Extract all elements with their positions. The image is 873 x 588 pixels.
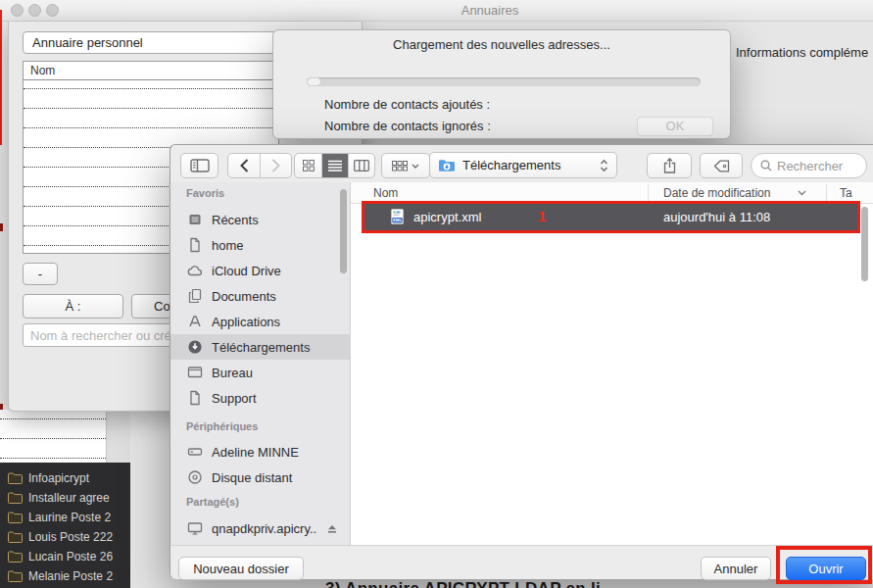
- chevron-right-icon: [271, 159, 280, 172]
- sidebar-item-documents[interactable]: Documents: [170, 283, 350, 309]
- list-view-button[interactable]: [321, 154, 348, 177]
- updown-chevrons-icon: [600, 159, 608, 172]
- main-titlebar: Annuaires: [0, 0, 873, 22]
- list-item[interactable]: Melanie Poste 2: [0, 566, 130, 586]
- file-list-scrollbar[interactable]: [861, 207, 868, 281]
- sidebar-item-qnapdkpriv[interactable]: qnapdkpriv.apicry...: [170, 515, 350, 541]
- contacts-added-label: Nombre de contacts ajoutés :: [324, 97, 490, 112]
- red-edge-fragment: [0, 10, 2, 145]
- ok-button[interactable]: OK: [637, 117, 713, 136]
- remove-contact-button[interactable]: -: [23, 263, 58, 285]
- to-button[interactable]: À :: [23, 294, 123, 318]
- search-icon: [760, 160, 772, 172]
- location-dropdown[interactable]: Téléchargements: [429, 152, 617, 178]
- list-item[interactable]: Louis Poste 222: [0, 527, 130, 547]
- eject-icon[interactable]: [326, 523, 338, 534]
- progress-bar: [307, 77, 701, 86]
- folder-icon: [8, 492, 23, 504]
- annotation-number: 1: [538, 208, 546, 224]
- minimize-window-icon[interactable]: [28, 4, 41, 17]
- list-item[interactable]: Laurine Poste 2: [0, 508, 130, 527]
- file-dialog-footer: Nouveau dossier Annuler Ouvrir: [170, 545, 873, 579]
- new-folder-button[interactable]: Nouveau dossier: [178, 557, 304, 580]
- address-table-header: Nom: [24, 62, 278, 80]
- column-divider: [826, 184, 827, 202]
- file-dialog-sidebar: Favoris Récents home iCloud Drive Docume…: [170, 182, 351, 545]
- display-icon: [187, 520, 203, 536]
- xml-file-icon: XML: [391, 209, 404, 224]
- sidebar-item-support[interactable]: Support: [170, 385, 350, 411]
- screen: Annuaires Informations compléme Infoapic…: [0, 0, 873, 588]
- red-edge-fragment: [0, 223, 3, 231]
- info-panel-label: Informations compléme: [736, 45, 873, 60]
- file-date: aujourd'hui à 11:08: [663, 210, 770, 224]
- column-header-size[interactable]: Ta: [840, 186, 852, 200]
- desktop-icon: [187, 365, 203, 380]
- sidebar-item-icloud[interactable]: iCloud Drive: [170, 258, 350, 283]
- tags-button[interactable]: [700, 153, 743, 178]
- list-item[interactable]: Installeur agree: [0, 488, 130, 508]
- group-by-button[interactable]: [381, 153, 430, 178]
- folder-icon: [8, 551, 23, 563]
- sidebar-item-applications[interactable]: Applications: [170, 309, 350, 334]
- group-grid-icon: [392, 161, 408, 172]
- svg-text:XML: XML: [393, 218, 403, 222]
- annotation-box-file-row: XML apicrypt.xml 1 aujourd'hui à 11:08: [362, 201, 860, 233]
- toggle-sidebar-button[interactable]: [180, 153, 218, 178]
- sidebar-section-partages: Partagé(s): [186, 496, 239, 508]
- progress-bar-cap: [307, 77, 321, 86]
- documents-icon: [187, 288, 203, 304]
- folder-icon: [8, 512, 23, 523]
- history-nav-group: [227, 153, 292, 178]
- list-view-icon: [328, 160, 342, 172]
- sidebar-section-peripheriques: Périphériques: [186, 420, 258, 432]
- column-view-button[interactable]: [348, 154, 374, 177]
- sidebar-item-adeline-minne[interactable]: Adeline MINNE: [170, 439, 350, 465]
- background-table-fragment: [0, 410, 106, 463]
- downloads-icon: [187, 339, 203, 355]
- column-header-name[interactable]: Nom: [373, 186, 398, 200]
- sidebar-item-telechargements[interactable]: Téléchargements: [170, 334, 350, 360]
- window-title: Annuaires: [392, 3, 588, 18]
- progress-dialog: Chargement des nouvelles adresses... Nom…: [272, 29, 731, 139]
- column-view-icon: [354, 160, 369, 172]
- contacts-ignored-label: Nombre de contacts ignorés :: [324, 119, 491, 133]
- sidebar-scrollbar[interactable]: [340, 189, 347, 273]
- background-window-fragment: [106, 410, 130, 463]
- disc-icon: [187, 469, 203, 485]
- document-icon: [187, 390, 203, 406]
- view-mode-group: [294, 153, 375, 178]
- recents-icon: [187, 212, 203, 227]
- column-header-date[interactable]: Date de modification: [663, 186, 770, 200]
- back-button[interactable]: [228, 154, 260, 177]
- annotation-box-open-button: [776, 546, 872, 584]
- grid-view-icon: [303, 160, 315, 172]
- file-list: Nom Date de modification Ta XML apicrypt…: [351, 182, 873, 545]
- applications-icon: [187, 314, 203, 329]
- folder-icon: [8, 531, 23, 543]
- share-button[interactable]: [647, 153, 692, 178]
- cancel-button[interactable]: Annuler: [701, 557, 771, 580]
- list-item[interactable]: Lucain Poste 26: [0, 547, 130, 566]
- sidebar-toggle-icon: [190, 159, 210, 172]
- folder-icon: [8, 472, 23, 484]
- zoom-window-icon[interactable]: [46, 4, 59, 17]
- forward-button[interactable]: [260, 154, 291, 177]
- directory-selector[interactable]: Annuaire personnel: [23, 31, 285, 54]
- sidebar-item-home[interactable]: home: [170, 232, 350, 258]
- file-row-apicrypt[interactable]: XML apicrypt.xml 1 aujourd'hui à 11:08: [364, 204, 857, 230]
- search-field[interactable]: Rechercher: [751, 153, 867, 178]
- list-item[interactable]: Infoapicrypt: [0, 468, 130, 488]
- document-icon: [187, 237, 203, 253]
- icon-view-button[interactable]: [295, 154, 321, 177]
- sidebar-item-bureau[interactable]: Bureau: [170, 360, 350, 385]
- sidebar-item-disque-distant[interactable]: Disque distant: [170, 465, 350, 490]
- downloads-folder-icon: [438, 159, 456, 172]
- close-window-icon[interactable]: [11, 4, 24, 17]
- background-heading-fragment: 3) Annuaire APICRYPT LDAP en li: [325, 579, 601, 588]
- tag-icon: [713, 160, 730, 172]
- chevron-left-icon: [240, 159, 249, 172]
- search-placeholder: Rechercher: [777, 159, 843, 173]
- sort-chevron-icon: [798, 190, 806, 196]
- sidebar-item-recents[interactable]: Récents: [170, 207, 350, 232]
